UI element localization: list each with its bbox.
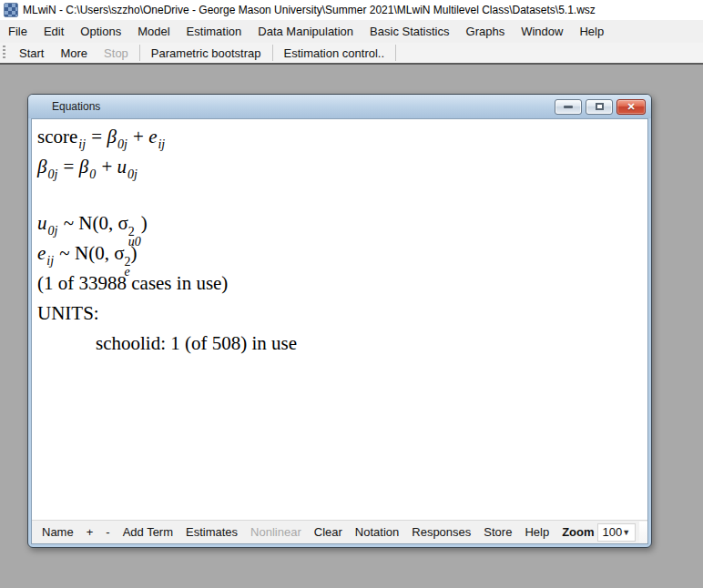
menu-item-data-manipulation[interactable]: Data Manipulation xyxy=(250,20,362,43)
eq-toolbar-button-add-term[interactable]: Add Term xyxy=(117,522,179,542)
eq-toolbar-button-nonlinear[interactable]: Nonlinear xyxy=(244,522,308,542)
menu-item-model[interactable]: Model xyxy=(129,20,178,43)
eq-toolbar-button-[interactable]: - xyxy=(99,522,116,542)
menu-item-estimation[interactable]: Estimation xyxy=(178,20,250,43)
mdi-area: Equations ✕ scoreij = β0j + eijβ0j = β0 … xyxy=(0,66,703,588)
close-button[interactable]: ✕ xyxy=(616,99,646,115)
equation-line: (1 of 33988 cases in use) xyxy=(37,269,647,299)
minimize-icon xyxy=(564,106,573,108)
equations-titlebar[interactable]: Equations ✕ xyxy=(28,95,651,118)
eq-toolbar-button-notation[interactable]: Notation xyxy=(349,522,405,542)
toolbar-button-start[interactable]: Start xyxy=(11,44,52,62)
menu-item-file[interactable]: File xyxy=(0,20,36,43)
toolbar-separator xyxy=(272,45,273,61)
toolbar-button-estimation-control[interactable]: Estimation control.. xyxy=(276,44,393,62)
equation-gap xyxy=(37,182,647,208)
toolbar-separator xyxy=(139,45,140,61)
toolbar-button-stop[interactable]: Stop xyxy=(96,44,137,62)
eq-toolbar-button-zoom[interactable]: Zoom xyxy=(555,522,596,542)
equations-window: Equations ✕ scoreij = β0j + eijβ0j = β0 … xyxy=(27,94,652,548)
toolbar-button-parametric-bootstrap[interactable]: Parametric bootstrap xyxy=(143,44,270,62)
zoom-value: 100 xyxy=(603,525,623,539)
equations-display: scoreij = β0j + eijβ0j = β0 + u0ju0j ~ N… xyxy=(32,119,647,520)
main-toolbar: StartMoreStopParametric bootstrapEstimat… xyxy=(0,43,703,65)
equation-line: β0j = β0 + u0j xyxy=(37,152,647,182)
equation-line: eij ~ N(0, σ2e) xyxy=(37,238,647,269)
equation-line: u0j ~ N(0, σ2u0) xyxy=(37,208,647,238)
toolbar-spacer xyxy=(639,522,647,543)
eq-toolbar-button-help[interactable]: Help xyxy=(518,522,555,542)
close-icon: ✕ xyxy=(627,101,635,113)
eq-toolbar-button-clear[interactable]: Clear xyxy=(308,522,349,542)
equations-body: scoreij = β0j + eijβ0j = β0 + u0ju0j ~ N… xyxy=(31,118,648,544)
chevron-down-icon: ▼ xyxy=(622,528,635,537)
equation-line: UNITS: xyxy=(37,299,647,329)
toolbar-button-more[interactable]: More xyxy=(52,44,96,62)
menu-item-basic-statistics[interactable]: Basic Statistics xyxy=(362,20,457,43)
menu-item-edit[interactable]: Edit xyxy=(36,20,72,43)
window-controls: ✕ xyxy=(555,99,646,115)
menu-item-window[interactable]: Window xyxy=(513,20,571,43)
equation-line: scoreij = β0j + eij xyxy=(37,122,647,152)
eq-toolbar-button-estimates[interactable]: Estimates xyxy=(179,522,244,542)
toolbar-grip[interactable] xyxy=(3,46,7,60)
restore-icon xyxy=(596,103,604,110)
eq-toolbar-button-store[interactable]: Store xyxy=(477,522,518,542)
zoom-select[interactable]: 100▼ xyxy=(597,523,637,542)
eq-toolbar-button-[interactable]: + xyxy=(80,522,100,542)
menu-item-help[interactable]: Help xyxy=(571,20,612,43)
menu-item-graphs[interactable]: Graphs xyxy=(458,20,514,43)
eq-toolbar-button-responses[interactable]: Responses xyxy=(405,522,477,542)
menu-bar: FileEditOptionsModelEstimationData Manip… xyxy=(0,20,703,43)
menu-item-options[interactable]: Options xyxy=(72,20,129,43)
restore-button[interactable] xyxy=(586,99,613,115)
equation-line: schoolid: 1 (of 508) in use xyxy=(96,329,647,359)
eq-toolbar-button-name[interactable]: Name xyxy=(36,522,80,542)
minimize-button[interactable] xyxy=(555,99,582,115)
mlwin-app-icon xyxy=(4,3,18,17)
window-titlebar: MLwiN - C:\Users\szzho\OneDrive - George… xyxy=(0,0,703,20)
toolbar-separator xyxy=(395,45,396,61)
equations-toolbar: Name+-Add TermEstimatesNonlinearClearNot… xyxy=(32,520,647,543)
window-title: MLwiN - C:\Users\szzho\OneDrive - George… xyxy=(23,4,596,16)
equations-window-title: Equations xyxy=(52,100,100,113)
